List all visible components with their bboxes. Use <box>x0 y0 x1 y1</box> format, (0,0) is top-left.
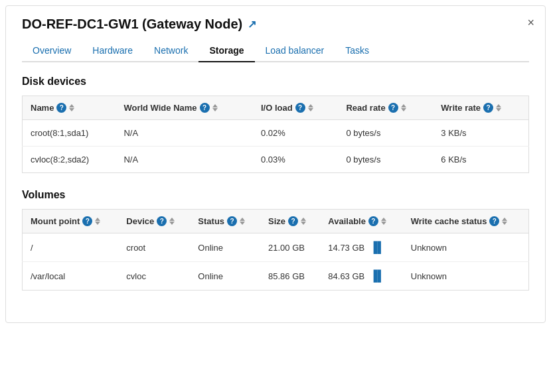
table-row: croot(8:1,sda1) N/A 0.02% 0 bytes/s 3 KB… <box>23 120 529 147</box>
disk-devices-body: croot(8:1,sda1) N/A 0.02% 0 bytes/s 3 KB… <box>23 120 529 173</box>
cell-size: 85.86 GB <box>260 262 320 291</box>
main-panel: DO-REF-DC1-GW1 (Gateway Node) ↗ × Overvi… <box>5 5 546 323</box>
mount-point-sort-icon[interactable] <box>95 218 100 225</box>
th-write-rate-label: Write rate <box>441 103 481 113</box>
write-cache-help-icon[interactable]: ? <box>489 216 499 226</box>
size-help-icon[interactable]: ? <box>288 216 298 226</box>
th-device: Device ? <box>118 210 190 233</box>
cell-status: Online <box>190 233 260 262</box>
tab-hardware[interactable]: Hardware <box>82 40 143 62</box>
tab-network[interactable]: Network <box>143 40 198 62</box>
bar-chart-icon[interactable]: ▐▌ <box>370 270 385 281</box>
cell-name: croot(8:1,sda1) <box>23 120 116 147</box>
th-write-cache: Write cache status ? <box>403 210 529 233</box>
th-write-cache-label: Write cache status <box>411 216 487 226</box>
device-help-icon[interactable]: ? <box>157 216 167 226</box>
disk-devices-table: Name ? World Wide Name ? I/O load <box>22 96 529 173</box>
th-size-label: Size <box>268 216 285 226</box>
table-row: / croot Online 21.00 GB 14.73 GB ▐▌ Unkn… <box>23 233 529 262</box>
wwn-help-icon[interactable]: ? <box>200 103 210 113</box>
read-rate-sort-icon[interactable] <box>401 104 406 111</box>
mount-point-help-icon[interactable]: ? <box>82 216 92 226</box>
volumes-body: / croot Online 21.00 GB 14.73 GB ▐▌ Unkn… <box>23 233 529 291</box>
cell-wwn: N/A <box>116 120 253 147</box>
write-rate-help-icon[interactable]: ? <box>483 103 493 113</box>
cell-io-load: 0.03% <box>253 147 338 173</box>
th-device-label: Device <box>126 216 154 226</box>
cell-available: 84.63 GB ▐▌ <box>320 262 402 291</box>
io-load-help-icon[interactable]: ? <box>295 103 305 113</box>
tab-tasks[interactable]: Tasks <box>335 40 380 62</box>
th-name: Name ? <box>23 96 116 120</box>
cell-wwn: N/A <box>116 147 253 173</box>
cell-name: cvloc(8:2,sda2) <box>23 147 116 173</box>
available-help-icon[interactable]: ? <box>368 216 378 226</box>
th-available: Available ? <box>320 210 402 233</box>
th-read-rate: Read rate ? <box>338 96 433 120</box>
th-name-label: Name <box>31 103 54 113</box>
close-button[interactable]: × <box>527 17 534 29</box>
cell-write-rate: 3 KB/s <box>433 120 528 147</box>
name-help-icon[interactable]: ? <box>56 103 66 113</box>
tab-bar: Overview Hardware Network Storage Load b… <box>22 40 529 62</box>
cell-write-cache: Unknown <box>403 262 529 291</box>
volumes-header-row: Mount point ? Device ? Status ? <box>23 210 529 233</box>
bar-chart-icon[interactable]: ▐▌ <box>370 241 385 253</box>
io-load-sort-icon[interactable] <box>308 104 313 111</box>
name-sort-icon[interactable] <box>69 104 74 111</box>
disk-devices-header-row: Name ? World Wide Name ? I/O load <box>23 96 529 120</box>
cell-device: croot <box>118 233 190 262</box>
th-io-load: I/O load ? <box>253 96 338 120</box>
cell-status: Online <box>190 262 260 291</box>
th-status-label: Status <box>198 216 224 226</box>
write-cache-sort-icon[interactable] <box>502 218 507 225</box>
cell-size: 21.00 GB <box>260 233 320 262</box>
cell-mount-point: / <box>23 233 119 262</box>
th-read-rate-label: Read rate <box>346 103 385 113</box>
th-wwn-label: World Wide Name <box>123 103 197 113</box>
cell-mount-point: /var/local <box>23 262 119 291</box>
cell-read-rate: 0 bytes/s <box>338 120 433 147</box>
tab-storage[interactable]: Storage <box>198 40 254 62</box>
volumes-table: Mount point ? Device ? Status ? <box>22 209 529 291</box>
available-sort-icon[interactable] <box>381 218 386 225</box>
panel-title-text: DO-REF-DC1-GW1 (Gateway Node) <box>22 17 242 32</box>
th-size: Size ? <box>260 210 320 233</box>
read-rate-help-icon[interactable]: ? <box>388 103 398 113</box>
tab-load-balancer[interactable]: Load balancer <box>255 40 335 62</box>
volumes-title: Volumes <box>22 189 529 201</box>
cell-write-cache: Unknown <box>403 233 529 262</box>
th-wwn: World Wide Name ? <box>116 96 253 120</box>
wwn-sort-icon[interactable] <box>212 104 218 111</box>
disk-devices-title: Disk devices <box>22 76 529 88</box>
th-mount-point-label: Mount point <box>31 216 80 226</box>
cell-read-rate: 0 bytes/s <box>338 147 433 173</box>
tab-overview[interactable]: Overview <box>22 40 82 62</box>
cell-write-rate: 6 KB/s <box>433 147 528 173</box>
th-available-label: Available <box>328 216 366 226</box>
table-row: /var/local cvloc Online 85.86 GB 84.63 G… <box>23 262 529 291</box>
panel-title-area: DO-REF-DC1-GW1 (Gateway Node) ↗ <box>22 17 529 32</box>
th-status: Status ? <box>190 210 260 233</box>
size-sort-icon[interactable] <box>301 218 306 225</box>
cell-io-load: 0.02% <box>253 120 338 147</box>
th-mount-point: Mount point ? <box>23 210 119 233</box>
status-sort-icon[interactable] <box>240 218 245 225</box>
external-link-icon[interactable]: ↗ <box>248 18 256 31</box>
table-row: cvloc(8:2,sda2) N/A 0.03% 0 bytes/s 6 KB… <box>23 147 529 173</box>
cell-available: 14.73 GB ▐▌ <box>320 233 402 262</box>
th-io-load-label: I/O load <box>261 103 293 113</box>
status-help-icon[interactable]: ? <box>227 216 237 226</box>
cell-device: cvloc <box>118 262 190 291</box>
write-rate-sort-icon[interactable] <box>496 104 501 111</box>
th-write-rate: Write rate ? <box>433 96 528 120</box>
device-sort-icon[interactable] <box>169 218 175 225</box>
